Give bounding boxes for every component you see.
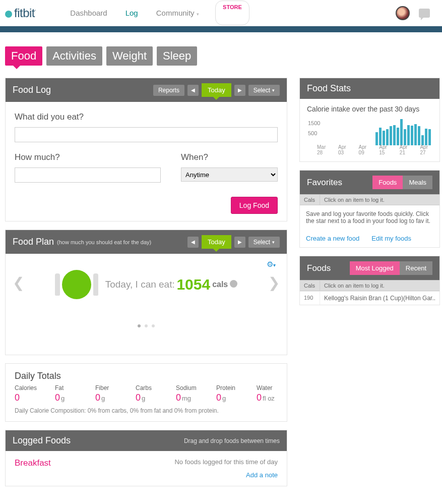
reports-button[interactable]: Reports [153,85,184,96]
favorites-header: Favorites Foods Meals [300,171,439,194]
daily-total-item: Fat0g [55,384,83,403]
logo-icon [5,11,12,18]
chart-bar [404,129,406,145]
food-log-title: Food Log [13,85,51,95]
plan-next-button[interactable]: ▶ [234,237,245,248]
nav-community[interactable]: Community ▾ [147,1,208,25]
tab-activities[interactable]: Activities [46,46,102,66]
chevron-down-icon: ▾ [196,12,200,17]
foods-cals-header: Cals [300,281,320,291]
foods-title: Foods [307,263,331,273]
daily-total-item: Carbs0g [136,384,164,403]
chart-bar [407,125,410,145]
food-row-cals: 190 [300,292,320,305]
chart-bar [428,129,431,145]
date-select-button[interactable]: Select▾ [248,85,280,96]
logged-foods-title: Logged Foods [13,435,71,446]
today-button[interactable]: Today [202,83,231,97]
tab-food[interactable]: Food [5,46,42,66]
add-note-link[interactable]: Add a note [15,471,278,479]
food-plan-panel: Food Plan (how much you should eat for t… [5,230,287,355]
carousel-dot[interactable] [152,324,155,327]
favorites-instruction: Click on an item to log it. [320,195,439,205]
meal-breakfast-label: Breakfast [15,458,51,468]
when-select[interactable]: Anytime [181,167,278,182]
daily-total-label: Fat [55,384,83,391]
carousel-next-button[interactable]: ❯ [268,274,280,291]
chart-bar [400,119,403,145]
knife-icon [93,273,98,296]
fav-tab-foods[interactable]: Foods [372,176,403,189]
food-row[interactable]: 190Kellogg's Raisin Bran (1 Cup)(Hilton … [300,291,439,305]
plan-today-button[interactable]: Today [202,235,231,249]
daily-total-value: 0 [176,393,181,403]
tab-weight[interactable]: Weight [106,46,153,66]
daily-total-value: 0 [55,393,60,403]
what-eat-label: What did you eat? [15,112,278,122]
food-amount-input[interactable] [15,167,161,183]
plan-text: Today, I can eat: [105,279,175,290]
fav-tab-meals[interactable]: Meals [403,176,432,189]
when-label: When? [181,152,278,162]
daily-total-label: Fiber [95,384,123,391]
favorites-table-header: Cals Click on an item to log it. [300,194,439,205]
prev-day-button[interactable]: ◀ [187,85,199,96]
daily-total-unit: g [142,395,145,402]
logged-foods-panel: Logged Foods Drag and drop foods between… [5,430,287,486]
daily-totals-panel: Daily Totals Calories0Fat0gFiber0gCarbs0… [5,363,287,422]
edit-foods-link[interactable]: Edit my foods [371,235,411,242]
logged-foods-hint: Drag and drop foods between times [184,437,280,444]
plan-prev-button[interactable]: ◀ [187,237,199,248]
magnify-icon[interactable] [230,280,237,288]
food-row-name: Kellogg's Raisin Bran (1 Cup)(Hilton Gar… [320,292,439,305]
plan-select-button[interactable]: Select▾ [248,237,280,248]
foods-panel: Foods Most Logged Recent Cals Click on a… [299,256,440,305]
chart-bar [397,128,399,145]
food-name-input[interactable] [15,127,278,142]
meal-empty-text: No foods logged for this time of day [174,458,278,466]
chat-icon[interactable] [419,9,430,18]
chart-bar [379,128,382,145]
daily-total-item: Fiber0g [95,384,123,403]
logged-foods-header: Logged Foods Drag and drop foods between… [6,430,287,451]
food-plan-subtitle: (how much you should eat for the day) [57,239,151,245]
nav-store[interactable]: STORE [215,1,249,25]
create-food-link[interactable]: Create a new food [306,235,359,242]
daily-total-item: Water0fl oz [257,384,285,403]
daily-total-label: Sodium [176,384,204,391]
foods-tab-recent[interactable]: Recent [400,261,432,275]
chart-bar [393,125,396,145]
nav-log[interactable]: Log [116,1,147,25]
chart-bar [375,132,378,145]
daily-total-item: Calories0 [15,384,43,403]
daily-total-label: Water [257,384,285,391]
tab-sleep[interactable]: Sleep [157,46,197,66]
favorites-title: Favorites [307,178,342,188]
food-plan-header: Food Plan (how much you should eat for t… [6,230,287,254]
daily-total-label: Calories [15,384,43,391]
accent-bar [0,26,442,32]
logo[interactable]: fitbit. [5,6,36,20]
top-bar: fitbit. Dashboard Log Community ▾ STORE [0,0,442,26]
carousel-dot[interactable] [145,324,148,327]
next-day-button[interactable]: ▶ [234,85,245,96]
daily-total-unit: g [222,395,226,402]
daily-total-unit: fl oz [263,395,275,402]
nav-dashboard[interactable]: Dashboard [61,1,116,25]
log-tabs: Food Activities Weight Sleep [0,32,442,75]
avatar[interactable] [396,6,410,20]
calorie-chart: 1500 500 Mar 28Apr 03Apr 09Apr 15Apr 21A… [307,115,432,155]
carousel-dot[interactable] [138,324,141,327]
log-food-button[interactable]: Log Food [231,197,278,214]
chart-bar [418,126,420,145]
foods-tab-most-logged[interactable]: Most Logged [350,261,400,275]
chart-x-labels: Mar 28Apr 03Apr 09Apr 15Apr 21Apr 27 [317,144,432,155]
chart-bar [383,131,385,145]
chart-bar [411,126,413,145]
favorites-panel: Favorites Foods Meals Cals Click on an i… [299,170,440,248]
chart-bar [390,126,392,145]
top-right [396,6,437,20]
daily-total-unit: mg [182,395,191,402]
carousel-prev-button[interactable]: ❮ [13,274,24,291]
chart-x-label: Apr 27 [420,144,432,155]
